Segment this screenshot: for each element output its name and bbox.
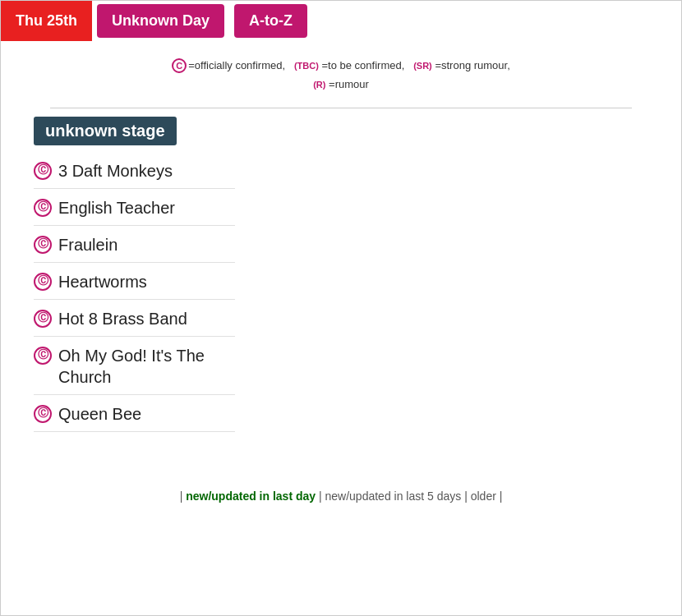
confirmed-icon: Ⓒ: [34, 405, 52, 423]
confirmed-text: =officially confirmed,: [188, 59, 285, 71]
artist-name: Heartworms: [58, 271, 235, 292]
stage-header: unknown stage: [34, 117, 177, 145]
artist-name: Hot 8 Brass Band: [58, 308, 235, 329]
sr-text: =strong rumour,: [435, 59, 509, 71]
artist-name: Fraulein: [58, 234, 235, 255]
list-item[interactable]: Ⓒ Queen Bee: [34, 395, 235, 432]
legend-section: C=officially confirmed, (TBC) =to be con…: [1, 41, 681, 99]
tbc-text: =to be confirmed,: [322, 59, 405, 71]
sr-label: (SR): [413, 61, 432, 71]
legend-divider: [50, 108, 632, 108]
confirmed-icon: Ⓒ: [34, 347, 52, 365]
tab-thu[interactable]: Thu 25th: [1, 1, 92, 41]
tab-atoz[interactable]: A-to-Z: [234, 4, 307, 38]
confirmed-icon: Ⓒ: [34, 310, 52, 328]
footer-updated-5days: new/updated in last 5 days: [325, 490, 462, 503]
list-item[interactable]: Ⓒ Fraulein: [34, 226, 235, 263]
footer-pipe1: |: [180, 490, 183, 503]
artist-name: Queen Bee: [58, 403, 235, 425]
footer-pipe2: |: [319, 490, 322, 503]
stage-block: unknown stage: [34, 117, 177, 145]
confirmed-icon: Ⓒ: [34, 236, 52, 254]
artist-name: English Teacher: [58, 197, 235, 218]
footer-older: older: [471, 490, 496, 503]
footer-pipe4: |: [500, 490, 503, 503]
footer: | new/updated in last day | new/updated …: [1, 465, 681, 511]
artist-name: Oh My God! It's The Church: [58, 345, 235, 388]
page-container: Thu 25th Unknown Day A-to-Z C=officially…: [0, 0, 682, 616]
confirmed-badge: C: [172, 58, 187, 73]
r-label: (R): [313, 80, 325, 90]
footer-pipe3: |: [464, 490, 468, 503]
footer-updated-today: new/updated in last day: [186, 490, 316, 503]
main-content: unknown stage Ⓒ 3 Daft Monkeys Ⓒ English…: [1, 117, 681, 465]
header-tabs: Thu 25th Unknown Day A-to-Z: [1, 1, 681, 41]
confirmed-icon: Ⓒ: [34, 273, 52, 291]
artist-name: 3 Daft Monkeys: [58, 160, 235, 182]
list-item[interactable]: Ⓒ English Teacher: [34, 189, 235, 226]
list-item[interactable]: Ⓒ Oh My God! It's The Church: [34, 337, 235, 395]
list-item[interactable]: Ⓒ 3 Daft Monkeys: [34, 152, 235, 189]
r-text: =rumour: [329, 78, 369, 90]
confirmed-icon: Ⓒ: [34, 162, 52, 180]
list-item[interactable]: Ⓒ Hot 8 Brass Band: [34, 300, 235, 337]
tbc-label: (TBC): [294, 61, 319, 71]
tab-unknown-day[interactable]: Unknown Day: [97, 4, 224, 38]
artist-list: Ⓒ 3 Daft Monkeys Ⓒ English Teacher Ⓒ Fra…: [34, 152, 235, 432]
list-item[interactable]: Ⓒ Heartworms: [34, 263, 235, 300]
confirmed-icon: Ⓒ: [34, 199, 52, 217]
